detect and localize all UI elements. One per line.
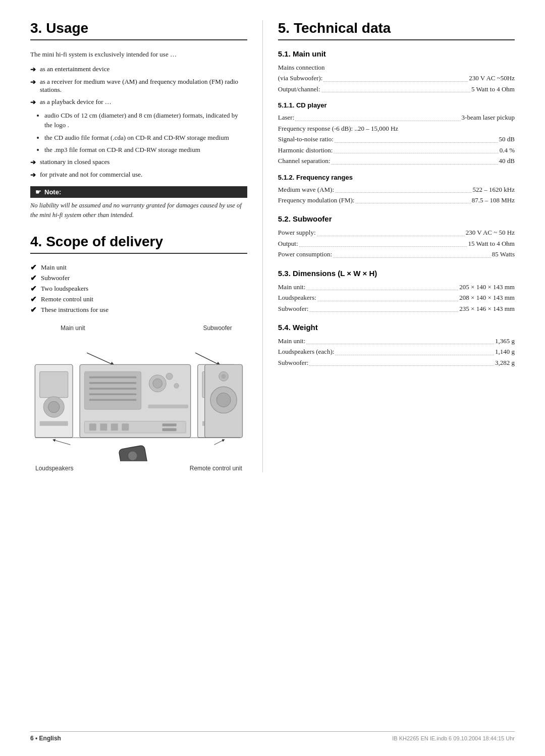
svg-rect-24 [162, 423, 177, 426]
svg-rect-12 [89, 394, 136, 396]
snr-dots [335, 134, 498, 142]
check-icon-5: ✔ [30, 305, 37, 314]
wt-main-line: Main unit: 1,365 g [278, 336, 515, 346]
scope-item-5: ✔ These instructions for use [30, 305, 247, 314]
freq-mod-label: Frequency modulation (FM): [278, 195, 355, 205]
wt-sub-line: Subwoofer: 3,282 g [278, 357, 515, 368]
dim-ls-value: 208 × 140 × 143 mm [459, 292, 515, 303]
svg-point-35 [221, 374, 226, 379]
channel-sep-line: Channel separation: 40 dB [278, 155, 515, 166]
note-label: Note: [44, 188, 61, 196]
dim-main-line: Main unit: 205 × 140 × 143 mm [278, 282, 515, 292]
svg-rect-6 [40, 421, 68, 426]
output-value: 15 Watt to 4 Ohm [468, 238, 515, 249]
output-channel-label: Output/channel: [278, 84, 320, 94]
output-channel-line: Output/channel: 5 Watt to 4 Ohm [278, 84, 515, 94]
freq-mod-value: 87.5 – 108 MHz [472, 195, 515, 205]
svg-line-0 [87, 353, 113, 364]
scope-label-3: Two loudspeakers [41, 285, 88, 293]
laser-dots [295, 112, 460, 121]
scope-item-3: ✔ Two loudspeakers [30, 284, 247, 293]
dim-sub-value: 235 × 146 × 143 mm [459, 303, 515, 314]
s53-title: 5.3. Dimensions (L × W × H) [278, 269, 515, 278]
check-icon-1: ✔ [30, 263, 37, 272]
power-cons-dots [333, 249, 491, 257]
freq-mod-line: Frequency modulation (FM): 87.5 – 108 MH… [278, 195, 515, 205]
arrow-item-1: ➔ as an entertainment device [30, 65, 247, 74]
arrow-icon-1: ➔ [30, 66, 36, 74]
svg-rect-25 [162, 428, 177, 431]
svg-rect-13 [89, 399, 136, 401]
s54-title: 5.4. Weight [278, 323, 515, 332]
power-supply-label: Power supply: [278, 227, 316, 238]
laser-line: Laser: 3-beam laser pickup [278, 112, 515, 123]
mains-connection: Mains connection [278, 62, 515, 73]
medium-wave-label: Medium wave (AM): [278, 184, 334, 195]
svg-rect-11 [89, 388, 136, 390]
arrow-icon-5: ➔ [30, 171, 36, 179]
s511-title: 5.1.1. CD player [278, 101, 515, 109]
dim-sub-dots [309, 303, 458, 312]
snr-value: 50 dB [499, 134, 515, 144]
arrow-text-4: stationary in closed spaces [40, 158, 110, 166]
section5-title: 5. Technical data [278, 20, 515, 40]
via-sub-value: 230 V AC ~50Hz [469, 73, 515, 83]
s512-title: 5.1.2. Frequency ranges [278, 174, 515, 181]
svg-rect-9 [89, 376, 136, 379]
note-text: No liability will be assumed and no warr… [30, 201, 247, 220]
svg-rect-10 [89, 382, 136, 384]
remote-img-label: Remote control unit [190, 465, 242, 472]
s51-title: 5.1. Main unit [278, 49, 515, 58]
section4-title: 4. Scope of delivery [30, 234, 247, 254]
wt-ls-label: Loudspeakers (each): [278, 346, 335, 357]
svg-rect-20 [89, 423, 96, 430]
arrow-text-5: for private and not for commercial use. [40, 171, 142, 179]
channel-sep-value: 40 dB [499, 155, 515, 166]
device-svg [30, 339, 247, 461]
output-dots [299, 238, 467, 247]
wt-ls-value: 1,140 g [495, 346, 515, 357]
usage-intro: The mini hi-fi system is exclusively int… [30, 49, 247, 60]
svg-point-16 [166, 373, 173, 380]
svg-line-37 [54, 440, 71, 445]
footer-right: IB KH2265 EN IE.indb 6 09.10.2004 18:44:… [392, 735, 515, 741]
main-unit-label: Main unit [61, 325, 85, 332]
check-icon-2: ✔ [30, 274, 37, 283]
power-supply-dots [317, 227, 465, 236]
via-sub-label: (via Subwoofer): [278, 73, 322, 83]
check-icon-3: ✔ [30, 284, 37, 293]
scope-item-1: ✔ Main unit [30, 263, 247, 272]
power-supply-line: Power supply: 230 V AC ~ 50 Hz [278, 227, 515, 238]
svg-rect-3 [40, 372, 68, 398]
snr-line: Signal-to-noise ratio: 50 dB [278, 134, 515, 144]
note-box: ☛ Note: [30, 186, 247, 198]
section3-title: 3. Usage [30, 20, 247, 40]
wt-main-label: Main unit: [278, 336, 306, 346]
svg-rect-21 [100, 423, 107, 430]
bullet-item-1: audio CDs of 12 cm (diameter) and 8 cm (… [44, 111, 247, 130]
note-icon: ☛ [35, 188, 41, 196]
svg-rect-23 [122, 423, 129, 430]
harmonic-label: Harmonic distortion: [278, 145, 333, 155]
output-line: Output: 15 Watt to 4 Ohm [278, 238, 515, 249]
dim-main-label: Main unit: [278, 282, 306, 292]
medium-wave-value: 522 – 1620 kHz [473, 184, 515, 195]
scope-label-1: Main unit [41, 263, 67, 272]
output-channel-dots [321, 84, 470, 92]
freq-mod-dots [355, 195, 470, 203]
via-sub-dots [323, 73, 468, 81]
power-cons-label: Power consumption: [278, 249, 332, 259]
wt-sub-value: 3,282 g [495, 357, 515, 368]
scope-label-2: Subwoofer [41, 274, 70, 282]
svg-point-17 [174, 384, 179, 388]
arrow-icon-2: ➔ [30, 78, 36, 86]
device-illustration-area: Main unit Subwoofer [30, 325, 247, 472]
output-channel-value: 5 Watt to 4 Ohm [471, 84, 515, 94]
arrow-text-3: as a playback device for … [40, 98, 112, 106]
scope-label-5: These instructions for use [41, 306, 108, 314]
freq-resp-label: Frequency response (-6 dB): [278, 125, 353, 132]
bullet-item-2: the CD audio file format (.cda) on CD-R … [44, 133, 247, 143]
check-icon-4: ✔ [30, 295, 37, 304]
svg-line-38 [214, 440, 224, 445]
page-footer: 6 • English IB KH2265 EN IE.indb 6 09.10… [30, 731, 515, 742]
